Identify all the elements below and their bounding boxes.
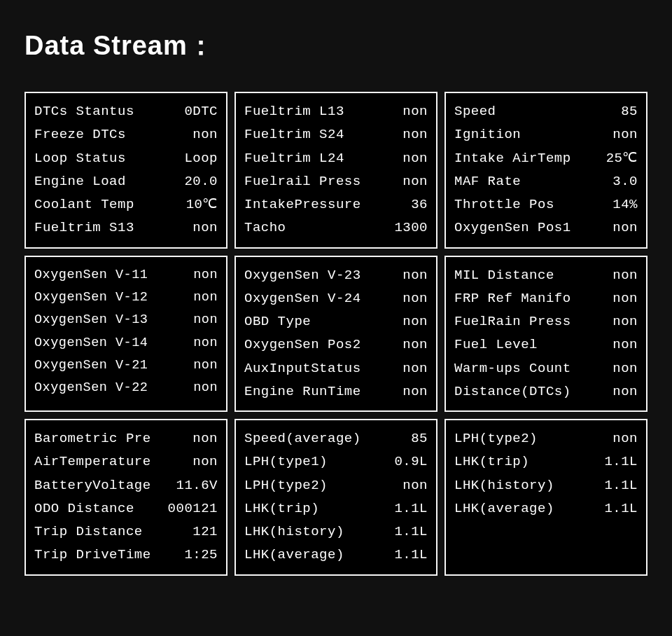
param-label: Engine RunTime — [244, 380, 402, 403]
data-row: Fuelrail Pressnon — [244, 170, 428, 193]
param-value: non — [193, 309, 218, 331]
param-value: non — [612, 287, 638, 310]
param-value: 0.9L — [394, 450, 428, 473]
param-value: non — [193, 354, 218, 377]
param-value: non — [612, 333, 638, 357]
param-label: Fueltrim S24 — [244, 123, 402, 146]
panel-6: MIL Distancenon FRP Ref Manifonon FuelRa… — [444, 256, 648, 413]
param-label: LPH(type2) — [244, 474, 402, 497]
param-label: OxygenSen V-11 — [34, 264, 193, 286]
param-label: OBD Type — [244, 310, 402, 333]
param-value: non — [193, 264, 218, 286]
param-value: non — [193, 377, 218, 399]
param-value: 11.6V — [176, 474, 218, 497]
param-label: ODO Distance — [34, 497, 168, 520]
param-value: non — [193, 286, 218, 309]
param-label: AirTemperature — [34, 450, 192, 473]
param-label: MAF Rate — [454, 170, 612, 193]
param-value: non — [192, 427, 218, 450]
data-row: OBD Typenon — [244, 310, 428, 333]
param-label: FuelRain Press — [454, 310, 612, 333]
data-row: Ignitionnon — [454, 123, 638, 146]
data-row: Fueltrim L24non — [244, 147, 428, 170]
data-row: LPH(type2)non — [244, 474, 428, 497]
data-row: DTCs Stantus0DTC — [34, 100, 218, 123]
panel-5: OxygenSen V-23non OxygenSen V-24non OBD … — [234, 256, 438, 413]
param-value: non — [612, 264, 638, 287]
data-row: FRP Ref Manifonon — [454, 287, 638, 310]
param-value: non — [192, 123, 218, 146]
param-value: non — [612, 310, 638, 333]
param-value: 1.1L — [394, 497, 428, 520]
panel-4: OxygenSen V-11non OxygenSen V-12non Oxyg… — [24, 256, 227, 413]
param-label: Tacho — [244, 216, 394, 240]
data-row: OxygenSen V-23non — [244, 264, 428, 287]
data-row: Tacho1300 — [244, 216, 428, 240]
param-label: Trip Distance — [34, 520, 192, 544]
param-value: non — [402, 357, 428, 380]
param-label: Fuel Level — [454, 333, 612, 357]
data-row: ODO Distance000121 — [34, 497, 218, 520]
param-value: non — [612, 216, 638, 240]
page-title: Data Stream： — [24, 28, 648, 64]
data-row: OxygenSen V-12non — [34, 286, 218, 309]
param-label: Freeze DTCs — [34, 123, 192, 146]
data-row: AirTemperaturenon — [34, 450, 218, 473]
panel-9: LPH(type2)non LHK(trip)1.1L LHK(history)… — [444, 419, 648, 576]
data-row: OxygenSen Pos2non — [244, 333, 428, 357]
data-row: BatteryVoltage11.6V — [34, 474, 218, 497]
param-value: 36 — [411, 193, 428, 216]
param-label: LHK(history) — [244, 520, 394, 544]
param-label: OxygenSen V-12 — [34, 286, 193, 309]
param-label: LHK(history) — [454, 474, 604, 497]
param-label: Barometric Pre — [34, 427, 192, 450]
param-label: DTCs Stantus — [34, 100, 184, 123]
param-value: 1.1L — [604, 474, 638, 497]
data-row: IntakePressure36 — [244, 193, 428, 216]
param-value: 1.1L — [604, 497, 638, 520]
data-row: LHK(trip)1.1L — [454, 450, 638, 473]
param-label: MIL Distance — [454, 264, 612, 287]
param-label: AuxInputStatus — [244, 357, 402, 380]
panel-1: DTCs Stantus0DTC Freeze DTCsnon Loop Sta… — [24, 92, 227, 249]
data-row: MAF Rate3.0 — [454, 170, 638, 193]
param-value: non — [402, 100, 428, 123]
data-row: Engine RunTimenon — [244, 380, 428, 403]
param-value: 000121 — [168, 497, 218, 520]
param-label: Fueltrim S13 — [34, 216, 192, 240]
data-row: Intake AirTemp25℃ — [454, 147, 638, 170]
param-label: Warm-ups Count — [454, 357, 612, 380]
param-value: 25℃ — [606, 147, 638, 170]
param-value: non — [402, 333, 428, 357]
panel-8: Speed(average)85 LPH(type1)0.9L LPH(type… — [234, 419, 438, 576]
param-value: 0DTC — [184, 100, 218, 123]
param-value: 85 — [621, 100, 638, 123]
param-value: non — [193, 332, 218, 354]
param-label: BatteryVoltage — [34, 474, 176, 497]
param-label: OxygenSen Pos2 — [244, 333, 402, 357]
data-row: Barometric Prenon — [34, 427, 218, 450]
param-label: LPH(type1) — [244, 450, 394, 473]
data-row: MIL Distancenon — [454, 264, 638, 287]
param-label: FRP Ref Manifo — [454, 287, 612, 310]
param-label: Loop Status — [34, 147, 184, 170]
panel-7: Barometric Prenon AirTemperaturenon Batt… — [24, 419, 227, 576]
param-label: LHK(trip) — [244, 497, 394, 520]
param-label: LHK(trip) — [454, 450, 604, 473]
panel-2: Fueltrim L13non Fueltrim S24non Fueltrim… — [234, 92, 438, 249]
data-row: Throttle Pos14% — [454, 193, 638, 216]
param-label: OxygenSen V-23 — [244, 264, 402, 287]
param-label: IntakePressure — [244, 193, 411, 216]
param-label: Throttle Pos — [454, 193, 612, 216]
data-grid: DTCs Stantus0DTC Freeze DTCsnon Loop Sta… — [24, 92, 648, 576]
data-row: Trip DriveTime1:25 — [34, 544, 218, 567]
data-row: LHK(trip)1.1L — [244, 497, 428, 520]
param-label: Intake AirTemp — [454, 147, 606, 170]
param-value: 14% — [612, 193, 638, 216]
param-label: Trip DriveTime — [34, 544, 184, 567]
param-value: 1:25 — [184, 544, 218, 567]
param-label: Coolant Temp — [34, 193, 186, 216]
data-row: LHK(history)1.1L — [454, 474, 638, 497]
data-row: Speed(average)85 — [244, 427, 428, 450]
data-row: Loop StatusLoop — [34, 147, 218, 170]
